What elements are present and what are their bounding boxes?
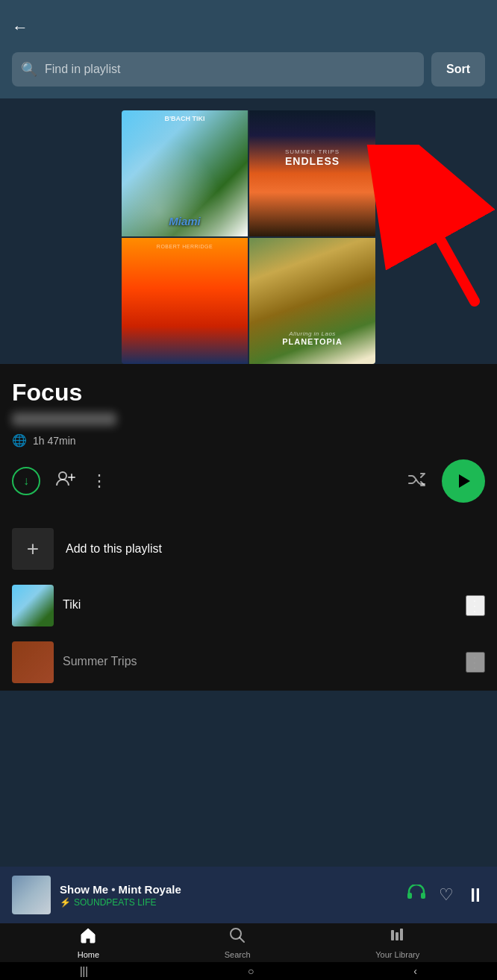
now-playing-title: Show Me • Mint Royale (60, 883, 397, 896)
more-icon: ⋮ (91, 471, 109, 490)
playlist-meta: 🌐 1h 47min (12, 433, 485, 447)
search-wrapper: 🔍 (12, 52, 424, 87)
main-content: Focus 🌐 1h 47min ↓ ⋮ (0, 364, 497, 691)
svg-rect-11 (396, 932, 398, 940)
cover-bl-label: ROBERT HERRIDGE (157, 244, 213, 249)
cover-tr-labels: SUMMER TRIPS ENDLESS (285, 148, 340, 167)
playlist-duration: 1h 47min (33, 435, 76, 447)
cover-tl-miami: Miami (169, 215, 201, 227)
download-icon: ↓ (23, 474, 29, 488)
bottom-nav: Home Search Your Library (0, 923, 497, 962)
library-icon (390, 927, 406, 948)
svg-line-1 (400, 167, 475, 301)
header: ← 🔍 Sort (0, 0, 497, 98)
cover-bottom-right: Alluring in Laos PLANETOPIA (249, 238, 375, 364)
cover-top-right: SUMMER TRIPS ENDLESS (249, 110, 375, 236)
system-nav: ||| ○ ‹ (0, 962, 497, 980)
svg-point-2 (59, 472, 66, 480)
svg-marker-5 (459, 474, 470, 488)
now-playing-thumbnail (12, 876, 51, 914)
nav-search[interactable]: Search (225, 927, 251, 959)
home-label: Home (78, 950, 99, 959)
track-title: Summer Trips (63, 655, 457, 668)
add-to-playlist-row[interactable]: + Add to this playlist (12, 521, 485, 577)
cover-top-left: B'BACH TIKI Miami (122, 110, 248, 236)
svg-rect-12 (400, 929, 403, 940)
add-playlist-label: Add to this playlist (66, 542, 162, 556)
shuffle-button[interactable] (407, 471, 427, 491)
cover-section: B'BACH TIKI Miami SUMMER TRIPS ENDLESS R… (0, 98, 497, 364)
now-playing-bar[interactable]: Show Me • Mint Royale ⚡ SOUNDPEATS LIFE … (0, 867, 497, 923)
search-label: Search (225, 950, 251, 959)
playlist-owner (12, 412, 116, 426)
library-label: Your Library (375, 950, 419, 959)
track-info: Tiki (63, 598, 457, 614)
like-button[interactable]: ♡ (439, 885, 454, 905)
track-more-button[interactable]: ⋮ (466, 595, 485, 616)
track-list: + Add to this playlist Tiki ⋮ Summer Tri… (12, 521, 485, 691)
more-options-button[interactable]: ⋮ (91, 471, 109, 491)
cover-br-labels: Alluring in Laos PLANETOPIA (282, 330, 343, 346)
table-row: Summer Trips ⋮ (12, 634, 485, 691)
bluetooth-icon: ⚡ (60, 897, 71, 908)
sort-button[interactable]: Sort (431, 52, 485, 87)
now-playing-info: Show Me • Mint Royale ⚡ SOUNDPEATS LIFE (60, 883, 397, 908)
home-icon (80, 927, 96, 948)
now-playing-controls: ♡ ⏸ (406, 884, 485, 907)
playlist-cover-grid: B'BACH TIKI Miami SUMMER TRIPS ENDLESS R… (122, 110, 375, 364)
track-thumbnail (12, 585, 54, 626)
svg-rect-6 (407, 893, 412, 899)
home-system-button[interactable]: ○ (248, 965, 254, 977)
download-button[interactable]: ↓ (12, 467, 40, 495)
cover-tl-label: B'BACH TIKI (164, 115, 204, 122)
playlist-title: Focus (12, 379, 485, 406)
track-thumbnail (12, 641, 54, 683)
red-arrow (355, 145, 497, 312)
svg-line-9 (240, 937, 244, 942)
track-info: Summer Trips (63, 655, 457, 670)
track-title: Tiki (63, 598, 457, 612)
track-more-button[interactable]: ⋮ (466, 652, 485, 673)
back-button[interactable]: ← (12, 15, 28, 40)
headphones-icon[interactable] (406, 885, 427, 905)
svg-rect-10 (391, 930, 394, 940)
search-sort-row: 🔍 Sort (12, 52, 485, 87)
cover-bottom-left: ROBERT HERRIDGE (122, 238, 248, 364)
add-friend-button[interactable] (55, 470, 76, 492)
nav-home[interactable]: Home (78, 927, 99, 959)
recent-apps-button[interactable]: ||| (80, 965, 88, 977)
add-icon: + (12, 528, 54, 570)
nav-library[interactable]: Your Library (375, 927, 419, 959)
play-button[interactable] (442, 459, 485, 503)
controls-row: ↓ ⋮ (12, 459, 485, 503)
pause-button[interactable]: ⏸ (466, 884, 485, 907)
now-playing-device: ⚡ SOUNDPEATS LIFE (60, 897, 397, 908)
search-input[interactable] (12, 52, 424, 87)
back-system-button[interactable]: ‹ (413, 965, 417, 977)
table-row: Tiki ⋮ (12, 577, 485, 634)
globe-icon: 🌐 (12, 433, 27, 447)
search-nav-icon (229, 927, 246, 948)
svg-rect-7 (421, 893, 425, 899)
